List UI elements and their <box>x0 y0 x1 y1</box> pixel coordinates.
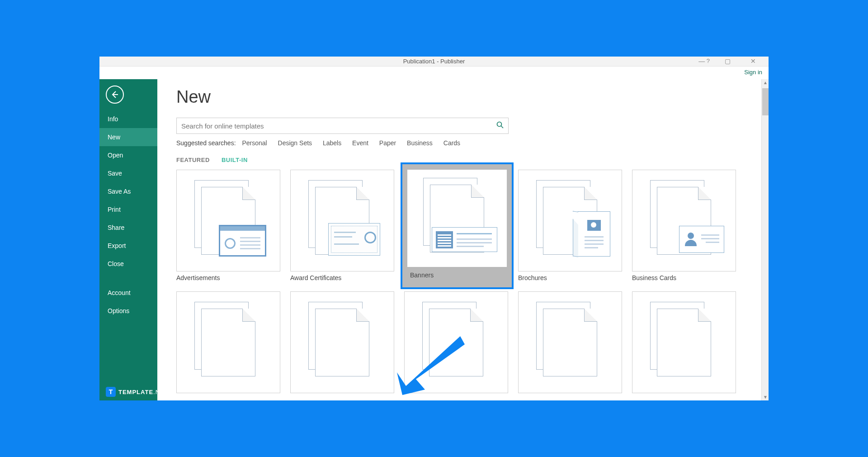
advertisement-icon <box>219 225 266 257</box>
template-card-advertisements[interactable]: Advertisements <box>176 170 280 281</box>
scroll-up-icon[interactable]: ▲ <box>763 80 768 85</box>
scroll-down-icon[interactable]: ▼ <box>763 395 768 400</box>
window-controls[interactable]: — ▢ ✕ <box>698 57 765 65</box>
search-box[interactable] <box>176 118 509 134</box>
main-area: Info New Open Save Save As Print Share E… <box>99 79 769 400</box>
account-strip: Sign in <box>99 67 769 79</box>
window-title: Publication1 - Publisher <box>403 58 465 65</box>
brochure-icon <box>578 211 610 257</box>
suggested-link[interactable]: Business <box>407 139 433 147</box>
suggested-link[interactable]: Cards <box>443 139 460 147</box>
template-card[interactable] <box>290 291 394 393</box>
watermark-suffix: .NET <box>153 389 169 395</box>
watermark-logo-icon: T <box>106 387 116 397</box>
template-card-award-certificates[interactable]: Award Certificates <box>290 170 394 281</box>
template-label: Brochures <box>518 274 622 281</box>
sidebar-item-account[interactable]: Account <box>99 284 157 302</box>
template-label: Advertisements <box>176 274 280 281</box>
template-card-brochures[interactable]: Brochures <box>518 170 622 281</box>
template-card-business-cards[interactable]: Business Cards <box>632 170 736 281</box>
suggested-link[interactable]: Paper <box>379 139 396 147</box>
annotation-arrow <box>397 336 465 397</box>
tab-featured[interactable]: FEATURED <box>176 157 210 163</box>
sidebar-item-export[interactable]: Export <box>99 237 157 255</box>
template-card[interactable] <box>518 291 622 393</box>
title-bar: Publication1 - Publisher ? — ▢ ✕ <box>99 57 769 67</box>
vertical-scrollbar[interactable]: ▲ ▼ <box>761 79 769 400</box>
svg-line-1 <box>501 126 504 129</box>
template-card[interactable] <box>176 291 280 393</box>
search-input[interactable] <box>181 122 496 130</box>
template-card-banners[interactable]: Banners <box>404 170 508 281</box>
suggested-link[interactable]: Design Sets <box>278 139 312 147</box>
watermark-brand: TEMPLATE <box>118 389 153 395</box>
app-window: Publication1 - Publisher ? — ▢ ✕ Sign in… <box>95 52 773 405</box>
sidebar-item-save-as[interactable]: Save As <box>99 182 157 200</box>
suggested-label: Suggested searches: <box>176 139 236 147</box>
business-card-icon <box>679 226 724 253</box>
sidebar-item-open[interactable]: Open <box>99 146 157 164</box>
sidebar-item-close[interactable]: Close <box>99 255 157 273</box>
suggested-link[interactable]: Personal <box>242 139 267 147</box>
template-card[interactable] <box>632 291 736 393</box>
suggested-link[interactable]: Labels <box>323 139 341 147</box>
sign-in-link[interactable]: Sign in <box>744 69 762 76</box>
content-pane: New Suggested searches: Personal Design … <box>157 79 769 400</box>
sidebar-item-share[interactable]: Share <box>99 219 157 237</box>
suggested-link[interactable]: Event <box>352 139 368 147</box>
sidebar-item-options[interactable]: Options <box>99 302 157 320</box>
suggested-searches: Suggested searches: Personal Design Sets… <box>176 139 750 147</box>
scrollbar-thumb[interactable] <box>762 88 769 115</box>
template-label: Business Cards <box>632 274 736 281</box>
back-button[interactable] <box>106 86 124 104</box>
template-label: Banners <box>407 271 507 279</box>
banner-icon <box>432 227 497 252</box>
sidebar-item-info[interactable]: Info <box>99 110 157 128</box>
sidebar-item-save[interactable]: Save <box>99 164 157 182</box>
search-icon[interactable] <box>496 121 504 130</box>
tab-built-in[interactable]: BUILT-IN <box>222 157 248 163</box>
backstage-sidebar: Info New Open Save Save As Print Share E… <box>99 79 157 400</box>
svg-marker-2 <box>397 336 465 395</box>
certificate-icon <box>328 223 380 256</box>
sidebar-item-print[interactable]: Print <box>99 200 157 219</box>
watermark: T TEMPLATE.NET <box>106 387 169 397</box>
template-label: Award Certificates <box>290 274 394 281</box>
page-title: New <box>176 87 750 107</box>
svg-point-0 <box>497 122 502 127</box>
sidebar-item-new[interactable]: New <box>99 128 157 146</box>
